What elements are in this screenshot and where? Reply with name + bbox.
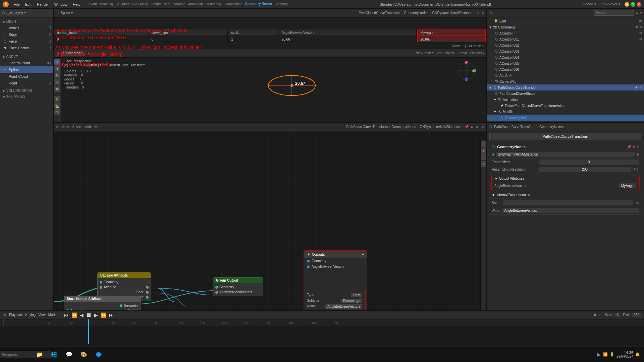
gutter-btn-4[interactable]: G [481,161,487,167]
outliner-acontrol-006[interactable]: ⬡AControl.006 [487,66,644,72]
modifier-delete-btn[interactable]: ✕ [636,145,639,149]
object-mode-dropdown[interactable]: Object Mode [61,51,84,56]
vertex-item[interactable]: · Vertex 0 [0,24,53,31]
scale-tool[interactable]: ⤢ [54,79,60,85]
face-item[interactable]: □ Face 0 [0,38,53,45]
add-btn[interactable]: Add [436,51,442,55]
menu-render[interactable]: Render [35,2,51,7]
menu-edit[interactable]: Edit [23,2,34,7]
node-close-icon[interactable]: ✕ [476,125,478,129]
node-editor-icon[interactable]: ◈ [56,125,58,129]
close-button[interactable]: ✕ [637,2,641,7]
resampling-anim[interactable]: ⏱ [636,168,639,171]
bake-settings[interactable]: ⚙ [636,201,639,205]
annotate-tool[interactable]: ✏ [54,96,60,102]
outliner-geometry-nodes[interactable]: ⬡GeometryNodes ⊡ [487,115,644,121]
path-eye[interactable]: 👁 [635,86,639,89]
workspace-uv[interactable]: UV Editing [132,2,148,6]
workspace-rendering[interactable]: Rendering [206,2,221,6]
type-field[interactable]: Float [351,293,362,297]
acontrol001-icon[interactable]: ⊡ [639,38,642,41]
start-frame[interactable]: 1 [614,313,621,317]
outliner-path-shape[interactable]: ⬡PathClosedCurveShape [487,90,644,97]
workspace-shading[interactable]: Shading [173,2,185,6]
edge-item[interactable]: / Edge 0 [0,31,53,38]
props-breadcrumb-1[interactable]: PathClosedCurveTransform [494,125,536,129]
tooltip-field[interactable] [342,310,362,310]
my-angle-value[interactable]: MyAngle [619,183,636,188]
stop-btn[interactable]: ⏹ [86,312,92,318]
camera-rig-eye[interactable]: 👁 [635,25,639,29]
workspace-texture-paint[interactable]: Texture Paint [151,2,170,6]
workspace-animation[interactable]: Animation [188,2,203,6]
transform-tool[interactable]: ⊕ [54,86,60,92]
workspace-modeling[interactable]: Modeling [100,2,113,6]
select-menu[interactable]: Select [72,125,82,129]
outliner-acontrol-004[interactable]: ⬡AControl.004 [487,54,644,60]
outliner-modifiers[interactable]: ▼🔧Modifiers [487,109,644,115]
outliner-camera-rig[interactable]: ▼ 📷 CameraRig 👁⊡ [487,24,644,30]
workspace-scripting[interactable]: Scripting [275,2,288,6]
play-btn[interactable]: ▶ [94,312,98,318]
store-named-attribute-node[interactable]: Store Named Attribute Geometry Geometry … [64,296,141,310]
resampling-input[interactable]: 200 [539,167,631,172]
name-field[interactable]: AngleBetweenVectors [325,304,362,309]
node-group-browse[interactable]: ⊞ [636,153,639,156]
props-breadcrumb-2[interactable]: GeometryNodes [539,125,564,129]
breadcrumb-part2[interactable]: GeometryNodes [404,11,428,15]
add-menu[interactable]: Add [85,125,91,129]
outliner-path-closed[interactable]: ▼ ⬡ PathClosedCurveTransform 👁⊡ [487,84,644,90]
outliner-follow-path-action[interactable]: ⚡FollowPathClosedCurveTransformAction [487,103,644,109]
workspace-layout[interactable]: Layout [87,2,97,6]
outliner-animation[interactable]: ▼🎬Animation [487,97,644,103]
write-input[interactable]: AngleBetweenVectors [502,208,639,213]
select-btn[interactable]: Select [425,51,434,55]
node-breadcrumb-2[interactable]: GeometryNodes [391,125,416,129]
light-eye[interactable]: 👁 [639,19,642,23]
curve-header[interactable]: ▶ Curve [0,54,53,60]
node-breadcrumb-3[interactable]: GNDynamicAimAtDistance [420,125,460,129]
taskbar-chrome[interactable]: 🌐 [48,349,60,361]
step-back-btn[interactable]: ⏪ [71,312,77,318]
face-corner-item[interactable]: ◥ Face Corner 0 [0,45,53,51]
menu-window[interactable]: Window [52,2,70,7]
jump-start-btn[interactable]: ⏮ [64,312,69,318]
camera-tool[interactable]: 📷 [54,109,60,115]
node-settings-icon[interactable]: ⚙ [471,125,474,129]
modifier-name[interactable]: GeometryNodes [497,145,526,149]
modifier-pin-btn[interactable]: 📌 [627,145,631,149]
breadcrumb-part3[interactable]: GNDynamicAimAtDistance [432,11,472,15]
workspace-geometry-nodes[interactable]: Geometry Nodes [245,2,272,6]
subtype-field[interactable]: Percentage [341,299,362,303]
node-group-name[interactable]: GNDynamicAimAtDistance [496,152,635,157]
mesh-header[interactable]: ▶ Mesh [0,19,53,24]
outliner-acontrol[interactable]: ⬡AControl ⊡ [487,30,644,36]
keying-menu[interactable]: Keying [25,313,36,317]
node-breadcrumb-1[interactable]: PathClosedCurveTransform [346,125,388,129]
step-forward-btn[interactable]: ⏩ [101,312,106,318]
group-output-node[interactable]: Group Output Geometry AngleBetweenVector… [213,277,263,296]
end-frame[interactable]: 250 [632,313,641,317]
add-output-btn[interactable]: + [362,252,364,256]
minimize-button[interactable]: — [625,2,629,7]
marker-menu[interactable]: Marker [48,313,59,317]
workspace-sculpting[interactable]: Sculpting [116,2,129,6]
node-resize-icon[interactable]: ⤢ [482,125,484,129]
outliner-acontrol-003[interactable]: ⬡AControl.003 [487,48,644,54]
view-menu-timeline[interactable]: View [38,313,46,317]
gutter-btn-3[interactable]: V [481,154,487,160]
volume-grids-header[interactable]: ▶ Volume Grids [0,88,53,94]
path-restrict[interactable]: ⊡ [639,86,642,89]
outliner-filter-btn[interactable]: ⚙ [635,11,639,15]
taskbar-discord[interactable]: 💬 [63,349,75,361]
resampling-reset[interactable]: ↺ [632,168,635,171]
float-dropdown[interactable]: Float [125,309,139,310]
blender-logo[interactable]: B [3,1,9,7]
camera-rig-restrict[interactable]: ⊡ [639,25,642,29]
control-point-item[interactable]: · Control Point 00 [0,60,53,66]
taskbar-photoshop[interactable]: 🎨 [78,349,90,361]
workspace-compositing[interactable]: Compositing [224,2,243,6]
spline-item[interactable]: ~ Spline [0,66,53,73]
outliner-search[interactable] [594,10,634,16]
add-modifier-button[interactable]: PathClosedCurveTransform [489,133,641,140]
